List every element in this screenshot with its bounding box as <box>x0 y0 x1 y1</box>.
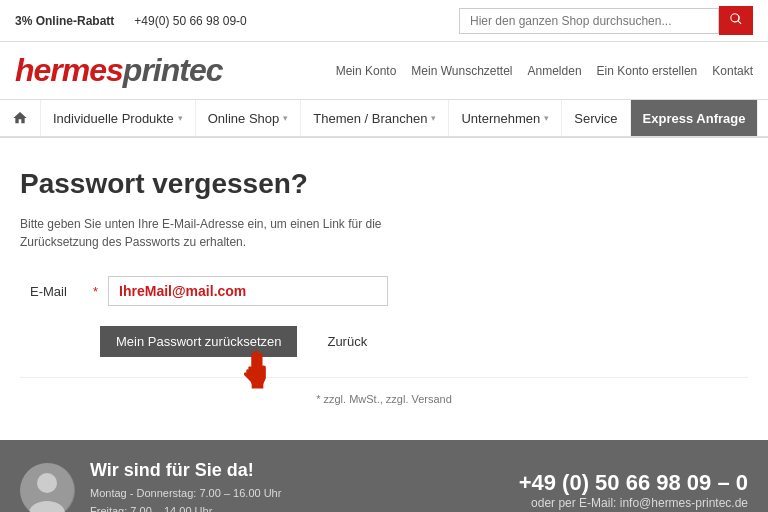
required-marker: * <box>93 284 98 299</box>
chevron-down-icon: ▾ <box>283 113 288 123</box>
header: hermesprintec Mein Konto Mein Wunschzett… <box>0 42 768 100</box>
logo-hermes: hermes <box>15 52 123 88</box>
logo[interactable]: hermesprintec <box>15 52 223 89</box>
email-label: E-Mail <box>30 284 85 299</box>
chevron-down-icon: ▾ <box>178 113 183 123</box>
chevron-down-icon: ▾ <box>544 113 549 123</box>
nav-unternehmen[interactable]: Unternehmen ▾ <box>449 100 562 136</box>
footer-right: +49 (0) 50 66 98 09 – 0 oder per E-Mail:… <box>519 470 748 510</box>
chevron-down-icon: ▾ <box>431 113 436 123</box>
top-bar: 3% Online-Rabatt +49(0) 50 66 98 09-0 <box>0 0 768 42</box>
phone-number: +49(0) 50 66 98 09-0 <box>134 14 246 28</box>
email-form-row: E-Mail * <box>20 276 748 306</box>
nav-service[interactable]: Service <box>562 100 630 136</box>
search-input[interactable] <box>459 8 719 34</box>
footer-phone: +49 (0) 50 66 98 09 – 0 <box>519 470 748 496</box>
nav-online-shop[interactable]: Online Shop ▾ <box>196 100 302 136</box>
search-icon <box>729 12 743 26</box>
home-icon <box>12 110 28 126</box>
header-links: Mein Konto Mein Wunschzettel Anmelden Ei… <box>336 64 753 78</box>
footnote: * zzgl. MwSt., zzgl. Versand <box>20 377 748 420</box>
login-link[interactable]: Anmelden <box>528 64 582 78</box>
hand-cursor-icon <box>230 346 280 396</box>
footer: Wir sind für Sie da! Montag - Donnerstag… <box>0 440 768 512</box>
contact-link[interactable]: Kontakt <box>712 64 753 78</box>
form-actions: Mein Passwort zurücksetzen Zurück <box>20 326 748 357</box>
page-description: Bitte geben Sie unten Ihre E-Mail-Adress… <box>20 215 440 251</box>
svg-point-1 <box>37 473 57 493</box>
footer-hours-line2: Freitag: 7.00 – 14.00 Uhr <box>90 503 281 512</box>
email-field[interactable] <box>108 276 388 306</box>
footer-hours-line1: Montag - Donnerstag: 7.00 – 16.00 Uhr <box>90 485 281 503</box>
footer-contact-info: Wir sind für Sie da! Montag - Donnerstag… <box>90 460 281 512</box>
footer-left: Wir sind für Sie da! Montag - Donnerstag… <box>20 460 281 512</box>
my-account-link[interactable]: Mein Konto <box>336 64 397 78</box>
main-content: Passwort vergessen? Bitte geben Sie unte… <box>0 138 768 440</box>
main-nav: Individuelle Produkte ▾ Online Shop ▾ Th… <box>0 100 768 138</box>
person-icon <box>20 463 75 512</box>
promo-text: 3% Online-Rabatt <box>15 14 114 28</box>
nav-home[interactable] <box>0 100 41 136</box>
wishlist-link[interactable]: Mein Wunschzettel <box>411 64 512 78</box>
nav-express-anfrage[interactable]: Express Anfrage <box>631 100 759 136</box>
search-button[interactable] <box>719 6 753 35</box>
page-title: Passwort vergessen? <box>20 168 748 200</box>
footer-email-address: info@hermes-printec.de <box>620 496 748 510</box>
footer-avatar <box>20 463 75 512</box>
logo-printec: printec <box>123 52 223 88</box>
nav-individuelle-produkte[interactable]: Individuelle Produkte ▾ <box>41 100 196 136</box>
nav-themen-branchen[interactable]: Themen / Branchen ▾ <box>301 100 449 136</box>
back-button[interactable]: Zurück <box>327 334 367 349</box>
footer-email-prefix: oder per E-Mail: <box>531 496 620 510</box>
nav-warenkorb[interactable]: Warenkorb ▾ <box>758 100 768 136</box>
search-bar <box>459 6 753 35</box>
register-link[interactable]: Ein Konto erstellen <box>597 64 698 78</box>
footer-email: oder per E-Mail: info@hermes-printec.de <box>519 496 748 510</box>
footer-heading: Wir sind für Sie da! <box>90 460 281 481</box>
